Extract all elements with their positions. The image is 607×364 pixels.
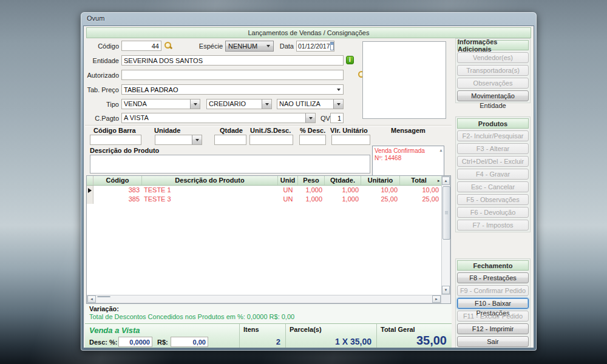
cell-qtdade: 1,000 [325,195,361,204]
group-title: Fechamento [457,260,529,271]
autorizado-input[interactable] [121,70,344,80]
form-header-bar: Lançamentos de Vendas / Consignações [86,27,531,38]
cell-total: 10,00 [400,186,441,195]
f8-prestacoes-button[interactable]: F8 - Prestações [457,272,529,283]
chevron-down-icon[interactable] [190,99,200,109]
f6-devolucao-button[interactable]: F6 - Devolução [457,207,529,218]
vlr-unitario-label: Vlr. Unitário [330,127,368,134]
codigo-search-icon[interactable] [164,41,173,50]
cell-codigo: 383 [93,186,142,195]
unidade-select[interactable] [155,135,202,145]
tipo-select[interactable]: VENDA [121,99,200,109]
tipo-utiliza-select[interactable]: NAO UTILIZA [277,99,344,109]
sair-button[interactable]: Sair [457,336,529,347]
scroll-up-icon[interactable]: ▲ [439,147,443,154]
esc-cancelar-button[interactable]: Esc - Cancelar [457,181,529,192]
f10-baixar-prestacoes-button[interactable]: F10 - Baixar Prestações [457,298,529,309]
chevron-down-icon[interactable] [333,99,343,109]
codigo-barra-input[interactable] [90,135,141,145]
chevron-down-icon [337,89,341,91]
cell-peso: 1,000 [298,186,325,195]
ctrl-del-excluir-button[interactable]: Ctrl+Del/Del - Excluir [457,156,529,167]
grid-col-unid: Unid [278,176,298,185]
especie-label: Espécie [187,42,223,50]
group-title: Produtos [457,118,529,129]
f3-alterar-button[interactable]: F3 - Alterar [457,143,529,154]
perc-desc-input[interactable] [299,135,326,145]
descontos-line: Total de Descontos Concedidos nos Produt… [85,312,452,320]
entidade-info-icon[interactable]: i [346,56,354,64]
rs-label: R$: [157,339,168,346]
c-pagto-select[interactable]: A VISTA [121,113,316,123]
chevron-down-icon[interactable] [192,135,202,144]
observacoes-button[interactable]: Observações [457,78,529,89]
window-titlebar[interactable]: Ovum [81,12,537,25]
vlr-unitario-input[interactable] [331,135,370,145]
cell-qtdade: 1,000 [325,186,361,195]
tipo-utiliza-value: NAO UTILIZA [277,99,333,109]
data-label: Data [277,42,294,50]
especie-select[interactable]: NENHUM [225,41,274,52]
qtdade-input[interactable] [214,135,246,145]
f4-gravar-button[interactable]: F4 - Gravar [457,169,529,180]
variacao-label: Variação: [85,304,452,312]
qv-label: QV [320,115,330,122]
f11-excluir-pedido-button[interactable]: F11 - Excluir Pedido [457,311,529,322]
entidade-input[interactable] [121,55,344,66]
movimentacao-entidade-button[interactable]: Movimentação Entidade [457,90,529,101]
desc-pct-input[interactable] [118,337,152,347]
grid-header-row: Código Descrição do Produto Unid Peso Qt… [87,176,441,186]
entity-list-box[interactable] [362,41,446,119]
grid-col-qtdade: Qtdade. [325,176,361,185]
scroll-up-icon[interactable]: ▲ [442,177,450,185]
f2-incluir-pesquisar-button[interactable]: F2- Incluir/Pesquisar [457,130,529,141]
vertical-scroll-thumb[interactable] [443,186,450,240]
rs-input[interactable] [171,337,208,347]
qv-input[interactable] [330,113,344,123]
calendar-icon[interactable] [330,42,334,50]
mensagem-label: Mensagem [391,127,426,134]
vendedores-button[interactable]: Vendedor(es) [457,52,529,63]
scroll-left-icon[interactable]: ◄ [87,295,96,303]
grid-vertical-scrollbar[interactable]: ▲ ▼ [441,176,450,295]
entidade-label: Entidade [84,57,119,64]
table-row[interactable]: 383 TESTE 1 UN 1,000 1,000 10,00 10,00 [87,186,441,195]
chevron-down-icon[interactable] [305,113,315,123]
data-field[interactable]: 01/12/2017 [296,41,334,52]
horizontal-scroll-thumb[interactable] [97,296,110,297]
cell-descricao: TESTE 3 [142,195,278,204]
codigo-input[interactable] [121,41,161,51]
cell-unid: UN [278,186,298,195]
mensagem-line1: Venda Confirmada [375,147,435,155]
codigo-label: Código [84,42,119,50]
chevron-down-icon[interactable] [262,99,271,109]
f7-impostos-button[interactable]: F7 - Impostos [457,220,529,231]
tipo-value: VENDA [122,99,190,109]
itens-label: Itens [243,326,259,333]
group-fechamento: Fechamento F8 - Prestações F9 - Confirma… [455,258,531,348]
especie-value: NENHUM [226,42,266,50]
descricao-produto-input[interactable] [90,155,370,174]
scroll-right-icon[interactable]: ► [432,295,441,303]
row-indicator [87,195,93,204]
grid-content: Código Descrição do Produto Unid Peso Qt… [87,176,441,295]
transportadoras-button[interactable]: Transportadora(s) [457,65,529,76]
tab-preco-select[interactable]: TABELA PADRAO [121,84,344,95]
grid-col-unitario: Unitario [361,176,400,185]
unidade-value [155,135,192,144]
f12-imprimir-button[interactable]: F12 - Imprimir [457,323,529,334]
current-row-arrow-icon [88,188,92,193]
table-row[interactable]: 385 TESTE 3 UN 1,000 1,000 25,00 25,00 [87,195,441,204]
f5-observacoes-button[interactable]: F5 - Observações [457,194,529,205]
scroll-down-icon[interactable]: ▼ [442,286,450,294]
grid-horizontal-scrollbar[interactable]: ◄ ► [87,295,441,303]
unit-sdesc-input[interactable] [249,135,293,145]
f9-confirmar-pedido-button[interactable]: F9 - Confirmar Pedido [457,285,529,296]
itens-value: 2 [276,337,280,346]
grid-col-total: Total [400,176,438,185]
tipo-pagamento-select[interactable]: CREDIARIO [206,99,272,109]
venda-tipo: Venda a Vista [89,326,140,335]
parcelas-value: 1 X 35,00 [335,337,371,346]
total-geral-section: Total Geral 35,00 [377,324,452,348]
grid-col-codigo: Código [93,176,142,185]
